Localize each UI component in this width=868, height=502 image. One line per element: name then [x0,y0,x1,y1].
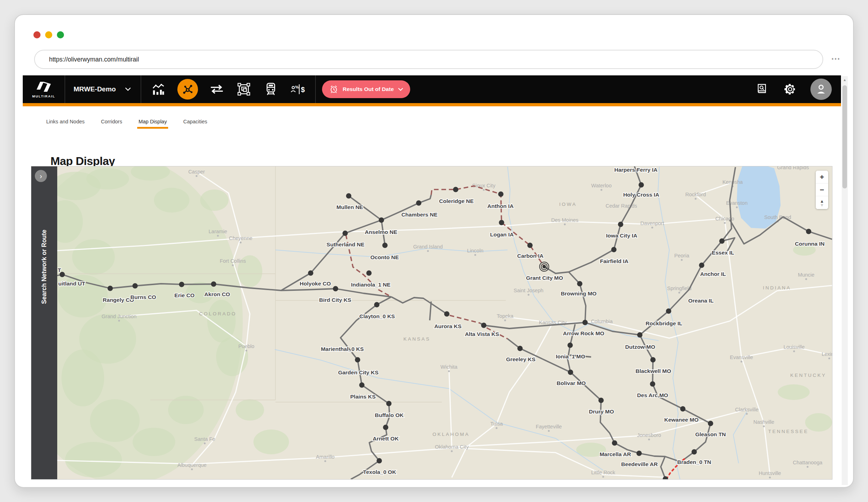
page-scrollbar[interactable]: ▲ [842,76,848,485]
frame-select-icon[interactable] [236,81,252,97]
map-node[interactable] [308,271,314,276]
map-node[interactable] [518,346,523,351]
map-node[interactable] [612,440,617,446]
map-node[interactable] [379,218,384,223]
map-node[interactable] [583,320,588,325]
people-dollar-icon[interactable]: % $ [290,81,306,97]
map-node[interactable] [618,222,623,227]
map-node[interactable] [599,398,604,403]
map-node[interactable] [346,193,352,199]
browser-menu-icon[interactable]: ⋯ [831,53,841,64]
map-node[interactable] [650,381,655,387]
map-node[interactable] [416,201,422,206]
map-node[interactable] [708,421,713,426]
map-node[interactable] [179,282,184,287]
transfer-icon[interactable] [209,81,225,97]
map-node[interactable] [499,220,504,225]
map-node[interactable] [719,239,725,244]
map-node[interactable] [444,311,450,317]
map-node[interactable] [383,425,389,430]
map-node[interactable] [577,281,583,287]
city-dot [451,450,452,452]
map-node-label: Braden_0 TN [677,459,711,465]
map-node[interactable] [637,332,643,338]
map-node[interactable] [481,323,487,328]
map-node[interactable] [366,271,372,276]
main-nav-icons: % $ [141,79,315,100]
sidebar-expand-button[interactable]: › [35,170,47,182]
map-node[interactable] [377,458,382,464]
basemap-city-label: Grand Island [413,244,443,250]
tab-map-display[interactable]: Map Display [139,119,167,129]
map-node[interactable] [355,357,360,363]
close-window-icon[interactable] [33,31,41,38]
map-node[interactable] [333,286,338,292]
tab-links-and-nodes[interactable]: Links and Nodes [46,119,85,129]
map-node[interactable] [637,451,642,456]
map-node[interactable] [699,263,704,268]
map-node[interactable] [382,243,388,248]
terrain-green [236,399,264,421]
map-node[interactable] [359,383,365,388]
map-node[interactable] [806,229,811,234]
map-search-sidebar[interactable]: › Search Network or Route [31,166,57,479]
zoom-out-button[interactable]: − [816,183,828,196]
map-node[interactable] [108,286,113,291]
maximize-window-icon[interactable] [57,31,64,38]
minimize-window-icon[interactable] [45,31,52,38]
basemap-city-label: Des Moines [551,217,579,223]
user-avatar[interactable] [810,79,832,100]
city-dot [678,292,680,293]
map-node-label: Greeley KS [506,356,536,362]
map-node[interactable] [453,187,459,192]
map-node[interactable] [611,247,617,252]
results-out-of-date-button[interactable]: Results Out of Date [322,80,410,98]
basemap-city-label: Chattanooga [793,460,823,465]
city-dot [793,350,795,352]
tab-corridors[interactable]: Corridors [101,119,122,129]
map-node[interactable] [386,401,392,406]
map-node[interactable] [639,182,644,188]
map-node[interactable] [343,231,348,236]
map-node-label: Blackwell MO [636,368,671,374]
map-node[interactable] [498,192,504,197]
map-node-label: Marienthal_0 KS [321,346,364,352]
network-icon[interactable] [177,79,198,100]
map-node[interactable] [568,343,573,348]
map-node[interactable] [211,282,216,287]
city-dot [828,357,830,359]
basemap-state-label: TENNESSEE [768,429,808,434]
tab-capacities[interactable]: Capacities [183,119,207,129]
gear-icon[interactable] [782,81,798,97]
book-search-icon[interactable] [754,81,770,97]
compass-button[interactable]: ▲▼ [816,196,828,209]
map-node[interactable] [692,449,697,455]
analytics-icon[interactable] [150,81,167,97]
zoom-in-button[interactable]: + [816,171,828,183]
map-node[interactable] [666,309,671,314]
map-node[interactable] [568,370,573,375]
map-node[interactable] [680,406,686,412]
terrain-green [805,413,832,432]
url-bar[interactable]: https://oliverwyman.com/multirail [34,50,823,69]
scenario-selector[interactable]: MRWE-Demo [65,85,141,93]
basemap-city-label: Nashville [754,419,775,425]
map-node[interactable] [133,283,138,289]
person-icon [815,83,827,95]
basemap-city-label: Topeka [497,313,514,319]
multirail-logo[interactable]: MULTIRAIL [23,80,65,98]
city-dot [195,175,197,177]
map-node[interactable] [650,357,656,363]
city-dot [740,361,742,362]
network-map[interactable]: CasperLaramieCheyenneFort CollinsGrand J… [31,166,832,479]
map-node[interactable] [527,243,533,248]
map-node[interactable] [374,302,380,308]
map-node-label: Grant City MO [526,275,563,281]
basemap-city-label: Rockford [685,192,706,197]
map-node-label: Alta Vista KS [465,331,499,337]
map-node-label: Clayton_0 KS [359,313,395,319]
scroll-up-icon[interactable]: ▲ [842,76,848,82]
scrollbar-thumb[interactable] [842,85,847,188]
map-node-label: Rockbridge IL [645,320,682,326]
train-icon[interactable] [263,81,279,97]
